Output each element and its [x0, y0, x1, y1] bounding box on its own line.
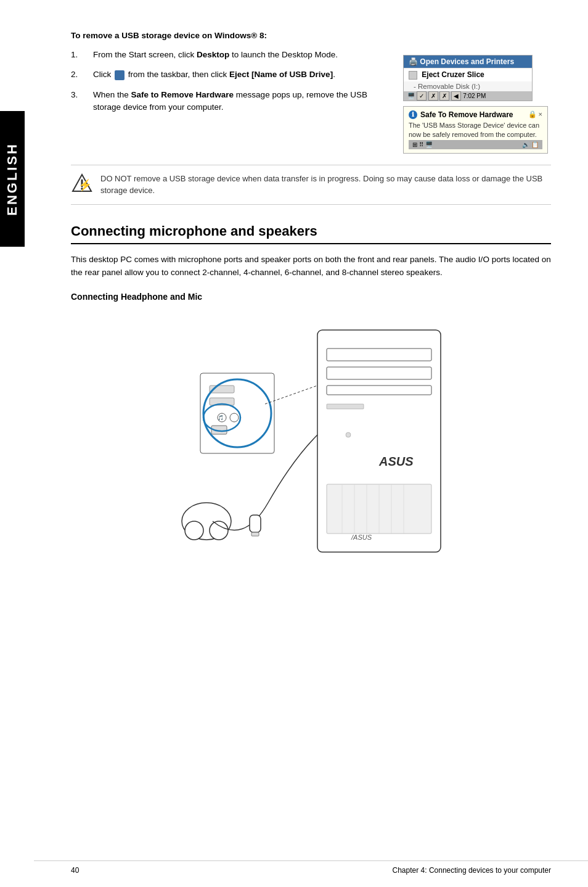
step-3-text: When the Safe to Remove Hardware message… [93, 89, 391, 114]
step-1: 1. From the Start screen, click Desktop … [71, 49, 391, 61]
page-footer: 40 Chapter 4: Connecting devices to your… [34, 860, 588, 875]
taskbar-icons: 🖥️ ✓ ✗ ✗ ◀ [407, 93, 461, 99]
svg-rect-31 [250, 515, 261, 532]
notification-body-text: The 'USB Mass Storage Device' device can… [409, 122, 539, 138]
context-menu-eject: Eject Cruzer Slice [404, 68, 532, 81]
svg-text:🎵: 🎵 [218, 415, 224, 421]
taskbar-btn1[interactable]: ✓ [417, 91, 427, 101]
notification-title: ℹ Safe To Remove Hardware [409, 110, 513, 119]
computer-illustration: ASUS /ASUS 🎵 [163, 311, 459, 571]
steps-area: 1. From the Start screen, click Desktop … [71, 49, 551, 154]
svg-point-29 [185, 521, 203, 540]
svg-point-30 [210, 521, 228, 540]
notif-taskbar-right: 🔊 📋 [522, 141, 539, 148]
screenshot-area: 🖨️ Open Devices and Printers Eject Cruze… [403, 55, 551, 154]
svg-text:⚡: ⚡ [78, 178, 92, 192]
taskbar-btn2[interactable]: ✗ [428, 91, 438, 101]
computer-svg: ASUS /ASUS 🎵 [163, 311, 459, 571]
step-2: 2. Click from the taskbar, then click Ej… [71, 68, 391, 81]
svg-rect-8 [327, 404, 364, 409]
footer-chapter: Chapter 4: Connecting devices to your co… [393, 866, 551, 875]
svg-rect-19 [200, 373, 274, 453]
taskbar-btn4[interactable]: ◀ [451, 91, 461, 101]
warning-icon: ⚡ [71, 173, 93, 195]
side-tab-text: ENGLISH [4, 142, 20, 216]
warning-text-content: DO NOT remove a USB storage device when … [100, 174, 542, 196]
svg-point-23 [230, 413, 239, 422]
step-3: 3. When the Safe to Remove Hardware mess… [71, 89, 391, 114]
context-menu-header-icon: 🖨️ [409, 57, 418, 66]
context-menu: 🖨️ Open Devices and Printers Eject Cruze… [403, 55, 533, 101]
steps-list: 1. From the Start screen, click Desktop … [71, 49, 391, 154]
subsection-title: Connecting Headphone and Mic [71, 292, 551, 302]
context-menu-taskbar: 🖥️ ✓ ✗ ✗ ◀ 7:02 PM [404, 91, 532, 101]
notification-taskbar: ⊞ ⠿ 🖥️ 🔊 📋 [409, 140, 542, 149]
warning-text: DO NOT remove a USB storage device when … [100, 173, 551, 197]
svg-rect-5 [327, 349, 431, 361]
notification-close[interactable]: 🔒 × [528, 110, 542, 118]
side-tab: ENGLISH [0, 111, 25, 247]
section2-description: This desktop PC comes with microphone po… [71, 253, 551, 279]
notification-title-text: Safe To Remove Hardware [420, 110, 513, 119]
context-menu-header: 🖨️ Open Devices and Printers [404, 56, 532, 68]
svg-rect-7 [327, 386, 431, 395]
notif-taskbar-icons: ⊞ ⠿ 🖥️ [412, 141, 433, 148]
footer-page-num: 40 [71, 866, 79, 875]
taskbar-time: 7:02 PM [463, 93, 486, 99]
page-content: To remove a USB storage device on Window… [34, 0, 588, 595]
svg-rect-6 [327, 367, 431, 379]
context-menu-subitem-text: - Removable Disk (I:) [414, 83, 480, 90]
step-2-num: 2. [71, 68, 86, 81]
step-1-text: From the Start screen, click Desktop to … [93, 49, 338, 61]
step-3-num: 3. [71, 89, 86, 114]
taskbar-btn3[interactable]: ✗ [439, 91, 449, 101]
svg-point-9 [346, 432, 351, 437]
section2-heading: Connecting microphone and speakers [71, 223, 551, 244]
notification-popup: ℹ Safe To Remove Hardware 🔒 × The 'USB M… [403, 106, 548, 154]
notification-icon: ℹ [409, 110, 417, 119]
svg-text:/ASUS: /ASUS [351, 534, 372, 541]
context-menu-eject-text: Eject Cruzer Slice [422, 70, 484, 79]
notification-body: The 'USB Mass Storage Device' device can… [409, 121, 542, 140]
step-2-text: Click from the taskbar, then click Eject… [93, 68, 335, 81]
warning-box: ⚡ DO NOT remove a USB storage device whe… [71, 165, 551, 205]
notification-header: ℹ Safe To Remove Hardware 🔒 × [409, 110, 542, 119]
svg-text:ASUS: ASUS [378, 455, 414, 468]
context-menu-header-text: Open Devices and Printers [420, 57, 514, 66]
step-1-num: 1. [71, 49, 86, 61]
svg-rect-32 [251, 532, 259, 536]
context-menu-subitem: - Removable Disk (I:) [404, 81, 532, 91]
section1-title: To remove a USB storage device on Window… [71, 31, 551, 40]
